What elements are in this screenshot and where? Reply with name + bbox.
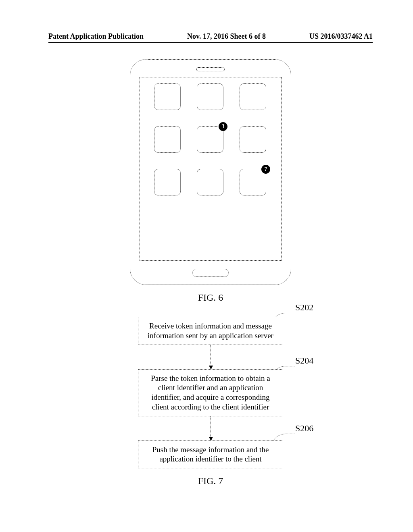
figure-7-flowchart: S202 Receive token information and messa…: [114, 317, 307, 468]
flow-step-1-row: Receive token information and message in…: [114, 317, 307, 345]
app-icon-4: [154, 126, 181, 153]
figure-7-caption: FIG. 7: [48, 476, 373, 486]
flow-arrow-1: [211, 345, 211, 369]
phone-device: 3 7: [130, 59, 291, 285]
app-icon-grid: 3 7: [154, 83, 267, 195]
app-icon-7: [154, 169, 181, 195]
app-icon-5: 3: [197, 126, 223, 153]
notification-badge: 3: [219, 122, 227, 131]
app-icon-6: [240, 126, 266, 153]
header-left: Patent Application Publication: [48, 32, 144, 41]
app-icon-1: [154, 83, 181, 110]
flow-step-1: Receive token information and message in…: [138, 317, 283, 345]
step-label-1: S202: [295, 302, 313, 313]
flow-step-3-row: Push the message information and the app…: [114, 441, 307, 469]
notification-badge: 7: [261, 165, 270, 174]
phone-home-button: [192, 269, 229, 277]
flow-step-2-row: Parse the token information to obtain a …: [114, 369, 307, 416]
header-right: US 2016/0337462 A1: [309, 32, 373, 41]
step-label-2: S204: [295, 355, 313, 366]
phone-earpiece: [196, 67, 225, 71]
flow-step-3: Push the message information and the app…: [138, 441, 283, 469]
flow-arrow-2: [211, 416, 211, 441]
page-header: Patent Application Publication Nov. 17, …: [48, 32, 373, 43]
header-center: Nov. 17, 2016 Sheet 6 of 8: [187, 32, 266, 41]
app-icon-8: [197, 169, 223, 195]
figure-6-caption: FIG. 6: [198, 292, 223, 303]
page: Patent Application Publication Nov. 17, …: [0, 0, 413, 524]
step-label-3: S206: [295, 423, 313, 434]
figure-6-area: 3 7 FIG. 6: [48, 59, 373, 317]
app-icon-3: [240, 83, 266, 110]
app-icon-9: 7: [240, 169, 266, 195]
flow-step-2: Parse the token information to obtain a …: [138, 369, 283, 416]
app-icon-2: [197, 83, 223, 110]
